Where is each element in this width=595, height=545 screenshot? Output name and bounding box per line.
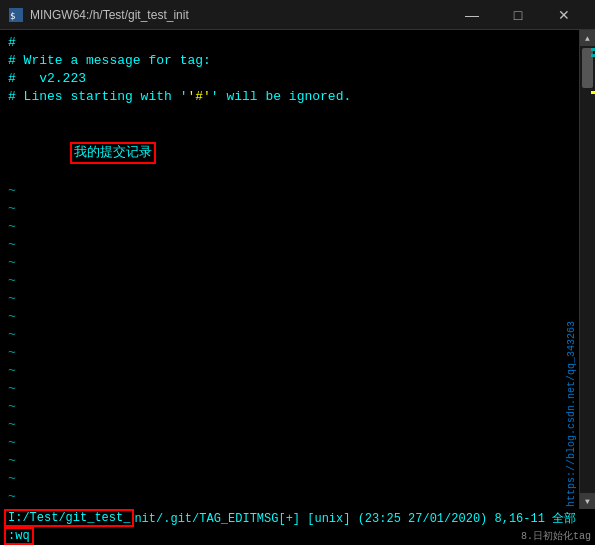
vim-command[interactable]: :wq: [4, 527, 34, 545]
maximize-button[interactable]: □: [495, 0, 541, 30]
tilde-line: ~: [8, 182, 571, 200]
tilde-line: ~: [8, 362, 571, 380]
close-button[interactable]: ✕: [541, 0, 587, 30]
titlebar-left: $ MINGW64:/h/Test/git_test_init: [8, 7, 189, 23]
watermark-text: 8.日初始化tag: [521, 529, 591, 543]
status-line-1: I:/Test/git_test_ nit/.git/TAG_EDITMSG[+…: [0, 509, 595, 527]
status-line-2: :wq 8.日初始化tag: [0, 527, 595, 545]
titlebar-controls: — □ ✕: [449, 0, 587, 30]
tilde-line: ~: [8, 452, 571, 470]
svg-text:$: $: [10, 11, 15, 21]
tilde-line: ~: [8, 434, 571, 452]
scroll-marker: [591, 91, 595, 94]
tilde-line: ~: [8, 380, 571, 398]
status-file: nit/.git/TAG_EDITMSG[+] [unix] (23:25 27…: [134, 510, 576, 527]
tilde-line: ~: [8, 344, 571, 362]
status-path: I:/Test/git_test_: [4, 509, 134, 527]
scroll-down-button[interactable]: ▼: [580, 493, 596, 509]
scroll-up-button[interactable]: ▲: [580, 30, 596, 46]
input-line: 我的提交记录: [8, 124, 571, 182]
terminal-icon: $: [8, 7, 24, 23]
tilde-line: ~: [8, 326, 571, 344]
tilde-line: ~: [8, 488, 571, 506]
commit-message-input[interactable]: 我的提交记录: [70, 142, 156, 164]
window-title: MINGW64:/h/Test/git_test_init: [30, 8, 189, 22]
terminal-line: # Lines starting with ''#'' will be igno…: [8, 88, 571, 106]
minimize-button[interactable]: —: [449, 0, 495, 30]
url-watermark: https://blog.csdn.net/qq_343263: [566, 321, 577, 507]
terminal-line: [8, 106, 571, 124]
scroll-marker: [591, 48, 595, 51]
statusbar: I:/Test/git_test_ nit/.git/TAG_EDITMSG[+…: [0, 509, 595, 545]
terminal-editor[interactable]: # # Write a message for tag: # v2.223 # …: [0, 30, 579, 509]
tilde-line: ~: [8, 470, 571, 488]
titlebar: $ MINGW64:/h/Test/git_test_init — □ ✕: [0, 0, 595, 30]
tilde-line: ~: [8, 218, 571, 236]
tilde-line: ~: [8, 290, 571, 308]
scroll-marker: [591, 54, 595, 57]
tilde-line: ~: [8, 416, 571, 434]
tilde-line: ~: [8, 272, 571, 290]
terminal-line: #: [8, 34, 571, 52]
terminal-line: # Write a message for tag:: [8, 52, 571, 70]
scrollbar-track-area[interactable]: [580, 46, 595, 493]
tilde-line: ~: [8, 200, 571, 218]
tilde-line: ~: [8, 308, 571, 326]
terminal-window: $ MINGW64:/h/Test/git_test_init — □ ✕ # …: [0, 0, 595, 545]
tilde-line: ~: [8, 398, 571, 416]
tilde-line: ~: [8, 236, 571, 254]
terminal-line: # v2.223: [8, 70, 571, 88]
scrollbar[interactable]: ▲ ▼: [579, 30, 595, 509]
content-area: # # Write a message for tag: # v2.223 # …: [0, 30, 595, 509]
tilde-line: ~: [8, 254, 571, 272]
